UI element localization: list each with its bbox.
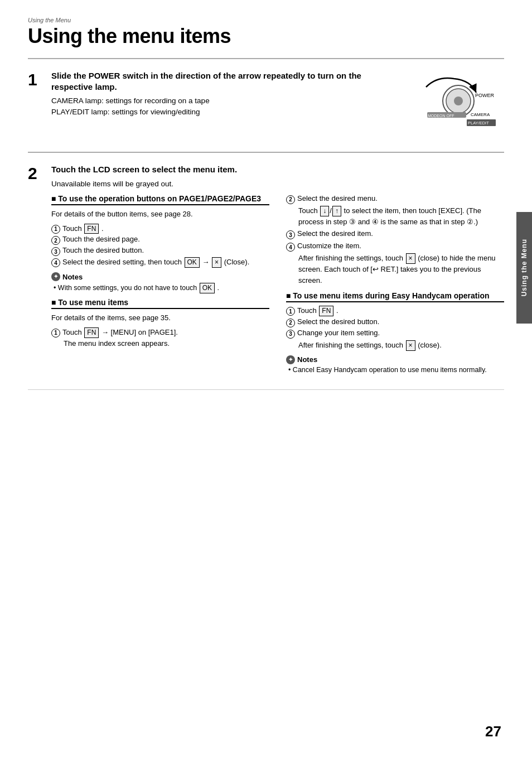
op-btn-num-4: 4 bbox=[51, 258, 60, 267]
section-menu-items-title: To use menu items bbox=[51, 298, 269, 309]
step-2: 2 Touch the LCD screen to select the men… bbox=[28, 164, 504, 378]
menu-sub-2: Touch ↓/↑ to select the item, then touch… bbox=[298, 205, 504, 227]
easy-num-1: 1 bbox=[286, 307, 295, 316]
close-btn-1: × bbox=[212, 257, 221, 268]
section-op-buttons-list: 1 Touch FN . 2 Touch the desired page. 3… bbox=[51, 224, 269, 268]
menu-text-2: Select the desired menu. bbox=[297, 194, 378, 202]
note-text-1: • With some settings, you do not have to… bbox=[54, 283, 269, 293]
menu-item-3: 3 Select the desired item. bbox=[286, 229, 504, 239]
easy-num-3: 3 bbox=[286, 330, 295, 339]
easy-text-1: Touch FN . bbox=[297, 306, 338, 316]
section-divider-1 bbox=[28, 58, 504, 59]
step-2-number: 2 bbox=[28, 165, 51, 182]
easy-text-3: Change your item setting. bbox=[297, 329, 380, 337]
svg-text:ON OFF: ON OFF bbox=[439, 114, 454, 118]
step-2-title: Touch the LCD screen to select the menu … bbox=[51, 164, 504, 175]
page-number: 27 bbox=[485, 723, 501, 740]
step-1-number: 1 bbox=[28, 71, 51, 88]
note-text-2: • Cancel Easy Handycam operation to use … bbox=[288, 366, 504, 374]
close-btn-2: × bbox=[406, 253, 415, 264]
section-easy-handycam-list: 1 Touch FN . 2 Select the desired button… bbox=[286, 306, 504, 351]
menu-sub-4: After finishing the settings, touch × (c… bbox=[298, 253, 504, 286]
menu-item-4: 4 Customize the item. bbox=[286, 242, 504, 252]
menu-sub-1: The menu index screen appears. bbox=[64, 339, 269, 348]
svg-text:PLAY/EDIT: PLAY/EDIT bbox=[468, 120, 489, 126]
ok-btn: OK bbox=[185, 257, 200, 268]
op-btn-num-1: 1 bbox=[51, 225, 60, 234]
menu-num-1: 1 bbox=[51, 329, 60, 337]
easy-item-3: 3 Change your item setting. bbox=[286, 329, 504, 339]
op-btn-text-4: Select the desired setting, then touch O… bbox=[62, 257, 249, 268]
section-easy-handycam-title: To use menu items during Easy Handycam o… bbox=[286, 291, 504, 302]
notes-label-1: Notes bbox=[62, 273, 83, 281]
fn-btn-2: FN bbox=[84, 327, 99, 338]
side-tab-label: Using the Menu bbox=[520, 239, 528, 296]
bottom-divider bbox=[28, 389, 504, 390]
chapter-label: Using the Menu bbox=[28, 17, 504, 23]
camera-diagram-container: POWER MODE ON OFF CAMERA PLAY/EDIT bbox=[393, 70, 504, 143]
menu-item-1: 1 Touch FN → [MENU] on [PAGE1]. bbox=[51, 327, 269, 338]
close-btn-3: × bbox=[406, 340, 415, 351]
menu-num-3: 3 bbox=[286, 230, 295, 239]
ok-btn-note: OK bbox=[200, 283, 215, 293]
step-1-title: Slide the POWER switch in the direction … bbox=[51, 70, 381, 92]
menu-text-3: Select the desired item. bbox=[297, 229, 373, 238]
easy-sub-3: After finishing the settings, touch × (c… bbox=[298, 340, 504, 351]
svg-point-2 bbox=[454, 97, 463, 105]
op-btn-item-2: 2 Touch the desired page. bbox=[51, 235, 269, 245]
menu-num-2: 2 bbox=[286, 195, 295, 204]
easy-item-2: 2 Select the desired button. bbox=[286, 317, 504, 327]
note-icon-1: ✦ bbox=[51, 272, 60, 281]
svg-text:CAMERA: CAMERA bbox=[471, 112, 490, 117]
menu-items-continued: 2 Select the desired menu. Touch ↓/↑ to … bbox=[286, 194, 504, 286]
menu-text-4: Customize the item. bbox=[297, 242, 361, 250]
op-btn-text-1: Touch FN . bbox=[62, 224, 104, 234]
op-btn-text-3: Touch the desired button. bbox=[62, 246, 144, 254]
op-btn-item-1: 1 Touch FN . bbox=[51, 224, 269, 234]
step-2-content: Touch the LCD screen to select the menu … bbox=[51, 164, 504, 378]
op-btn-num-2: 2 bbox=[51, 236, 60, 245]
section-divider-2 bbox=[28, 152, 504, 153]
section-menu-items-list: 1 Touch FN → [MENU] on [PAGE1]. The menu… bbox=[51, 327, 269, 348]
left-column: To use the operation buttons on PAGE1/PA… bbox=[51, 194, 269, 378]
easy-text-2: Select the desired button. bbox=[297, 317, 379, 326]
notes-title-2: ✦ Notes bbox=[286, 355, 504, 364]
two-col-container: To use the operation buttons on PAGE1/PA… bbox=[51, 194, 504, 378]
svg-text:POWER: POWER bbox=[475, 93, 495, 98]
step-1-body-2: PLAY/EDIT lamp: settings for viewing/edi… bbox=[51, 107, 381, 118]
right-column: 2 Select the desired menu. Touch ↓/↑ to … bbox=[286, 194, 504, 378]
section-op-buttons-intro: For details of the button items, see pag… bbox=[51, 209, 269, 220]
step-1: 1 Slide the POWER switch in the directio… bbox=[28, 70, 504, 143]
section-menu-items-intro: For details of the items, see page 35. bbox=[51, 312, 269, 324]
menu-num-4: 4 bbox=[286, 243, 295, 252]
step-1-content: Slide the POWER switch in the direction … bbox=[51, 70, 504, 143]
notes-box-2: ✦ Notes • Cancel Easy Handycam operation… bbox=[286, 355, 504, 374]
notes-title-1: ✦ Notes bbox=[51, 272, 269, 281]
op-btn-text-2: Touch the desired page. bbox=[62, 235, 140, 243]
step-1-body-1: CAMERA lamp: settings for recording on a… bbox=[51, 95, 381, 107]
page-title: Using the menu items bbox=[28, 25, 504, 48]
menu-item-2: 2 Select the desired menu. bbox=[286, 194, 504, 204]
up-btn: ↑ bbox=[332, 206, 341, 216]
easy-num-2: 2 bbox=[286, 319, 295, 327]
op-btn-item-3: 3 Touch the desired button. bbox=[51, 246, 269, 256]
down-btn: ↓ bbox=[320, 206, 329, 216]
notes-box-1: ✦ Notes • With some settings, you do not… bbox=[51, 272, 269, 293]
op-btn-num-3: 3 bbox=[51, 247, 60, 256]
camera-diagram-svg: POWER MODE ON OFF CAMERA PLAY/EDIT bbox=[393, 70, 504, 143]
note-icon-2: ✦ bbox=[286, 355, 295, 364]
fn-btn-1: FN bbox=[84, 224, 99, 234]
notes-label-2: Notes bbox=[297, 355, 317, 364]
easy-item-1: 1 Touch FN . bbox=[286, 306, 504, 316]
menu-text-1: Touch FN → [MENU] on [PAGE1]. bbox=[62, 327, 178, 338]
side-tab: Using the Menu bbox=[516, 212, 532, 324]
section-op-buttons-title: To use the operation buttons on PAGE1/PA… bbox=[51, 194, 269, 205]
step-2-subtitle: Unavailable items will be grayed out. bbox=[51, 179, 504, 190]
svg-text:MODE: MODE bbox=[428, 114, 439, 118]
fn-btn-3: FN bbox=[319, 306, 333, 316]
op-btn-item-4: 4 Select the desired setting, then touch… bbox=[51, 257, 269, 268]
